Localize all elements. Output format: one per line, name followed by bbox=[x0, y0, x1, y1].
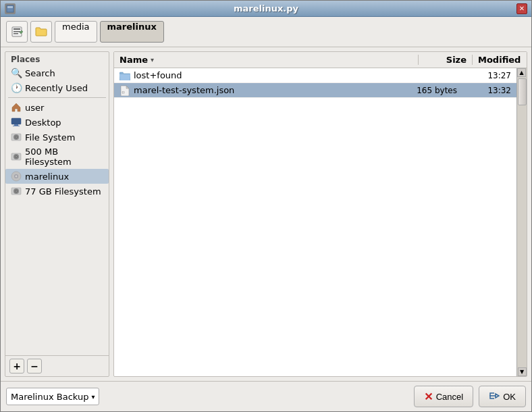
sidebar-item-recently-used[interactable]: 🕐 Recently Used bbox=[5, 80, 109, 95]
desktop-icon bbox=[11, 117, 22, 128]
filesystem-icon bbox=[11, 132, 22, 143]
svg-text:{}: {} bbox=[122, 91, 126, 94]
clock-icon: 🕐 bbox=[11, 82, 22, 93]
type-selector: Marelinux Backup ▾ bbox=[6, 388, 99, 405]
svg-rect-5 bbox=[14, 33, 18, 34]
close-button[interactable]: ✕ bbox=[516, 3, 527, 14]
scroll-down-button[interactable]: ▼ bbox=[518, 367, 527, 376]
window-icon bbox=[5, 3, 16, 14]
svg-point-16 bbox=[16, 156, 17, 157]
sidebar: Places 🔍 Search 🕐 Recently Used user bbox=[5, 51, 109, 377]
remove-place-button[interactable]: − bbox=[27, 359, 42, 374]
file-name-cell: {} marel-test-system.json bbox=[114, 85, 408, 96]
sidebar-item-desktop[interactable]: Desktop bbox=[5, 115, 109, 130]
sidebar-item-filesystem[interactable]: File System bbox=[5, 130, 109, 145]
search-icon: 🔍 bbox=[11, 68, 22, 78]
ok-button[interactable]: OK bbox=[479, 386, 526, 407]
file-list-area: Name ▾ Size Modified bbox=[113, 51, 527, 377]
scrollbar-track[interactable]: ▲ ▼ bbox=[516, 68, 527, 376]
column-header-name[interactable]: Name ▾ bbox=[114, 55, 419, 65]
column-header-modified[interactable]: Modified bbox=[473, 55, 527, 65]
svg-point-24 bbox=[16, 190, 17, 192]
main-area: Places 🔍 Search 🕐 Recently Used user bbox=[1, 47, 531, 381]
file-list: lost+found 13:27 {} bbox=[114, 68, 527, 376]
sidebar-item-user[interactable]: user bbox=[5, 100, 109, 115]
footer: Marelinux Backup ▾ ✕ Cancel OK bbox=[1, 381, 531, 411]
titlebar: marelinux.py ✕ bbox=[1, 1, 531, 17]
sidebar-section-label: Places bbox=[5, 52, 109, 66]
sidebar-item-search[interactable]: 🔍 Search bbox=[5, 66, 109, 80]
table-row[interactable]: lost+found 13:27 bbox=[114, 68, 516, 83]
file-list-header: Name ▾ Size Modified bbox=[114, 52, 527, 68]
file-modified-cell: 13:32 bbox=[462, 86, 516, 95]
toolbar: media marelinux bbox=[1, 17, 531, 47]
window-title: marelinux.py bbox=[16, 3, 516, 14]
edit-button[interactable] bbox=[6, 21, 28, 43]
new-folder-button[interactable] bbox=[30, 21, 52, 43]
sidebar-item-77gb[interactable]: 77 GB Filesystem bbox=[5, 184, 109, 199]
scrollbar-thumb[interactable] bbox=[518, 78, 527, 105]
home-icon bbox=[11, 102, 22, 113]
svg-point-12 bbox=[16, 136, 17, 138]
sidebar-item-marelinux[interactable]: marelinux bbox=[5, 169, 109, 184]
file-name-cell: lost+found bbox=[114, 70, 408, 81]
sidebar-item-500mb[interactable]: 500 MB Filesystem bbox=[5, 145, 109, 169]
cd-icon bbox=[11, 171, 22, 182]
file-dialog-window: marelinux.py ✕ media marelinux Places bbox=[0, 0, 532, 412]
footer-buttons: ✕ Cancel OK bbox=[414, 386, 526, 407]
json-file-icon: {} bbox=[119, 85, 130, 96]
ok-icon bbox=[489, 391, 500, 403]
path-media-button[interactable]: media bbox=[55, 21, 97, 43]
column-header-size[interactable]: Size bbox=[419, 55, 473, 65]
folder-icon bbox=[119, 70, 130, 81]
sidebar-footer: + − bbox=[5, 355, 109, 376]
svg-point-20 bbox=[16, 176, 16, 176]
add-place-button[interactable]: + bbox=[9, 359, 24, 374]
svg-rect-4 bbox=[14, 31, 20, 32]
svg-rect-6 bbox=[11, 118, 21, 124]
drive-500mb-icon bbox=[11, 151, 22, 162]
svg-rect-1 bbox=[7, 6, 13, 8]
file-size-cell: 165 bytes bbox=[408, 86, 462, 95]
cancel-icon: ✕ bbox=[424, 390, 433, 403]
drive-77gb-icon bbox=[11, 186, 22, 197]
cancel-button[interactable]: ✕ Cancel bbox=[414, 386, 473, 407]
file-modified-cell: 13:27 bbox=[462, 71, 516, 80]
svg-rect-8 bbox=[13, 126, 20, 126]
sidebar-divider bbox=[8, 97, 106, 98]
sort-arrow-icon: ▾ bbox=[151, 56, 154, 63]
type-dropdown[interactable]: Marelinux Backup ▾ bbox=[6, 388, 99, 405]
svg-rect-3 bbox=[14, 28, 20, 30]
path-marelinux-button[interactable]: marelinux bbox=[100, 21, 164, 43]
table-row[interactable]: {} marel-test-system.json 165 bytes 13:3… bbox=[114, 83, 516, 98]
scroll-up-button[interactable]: ▲ bbox=[517, 68, 526, 77]
svg-rect-7 bbox=[14, 124, 18, 126]
dropdown-arrow-icon: ▾ bbox=[91, 393, 95, 401]
